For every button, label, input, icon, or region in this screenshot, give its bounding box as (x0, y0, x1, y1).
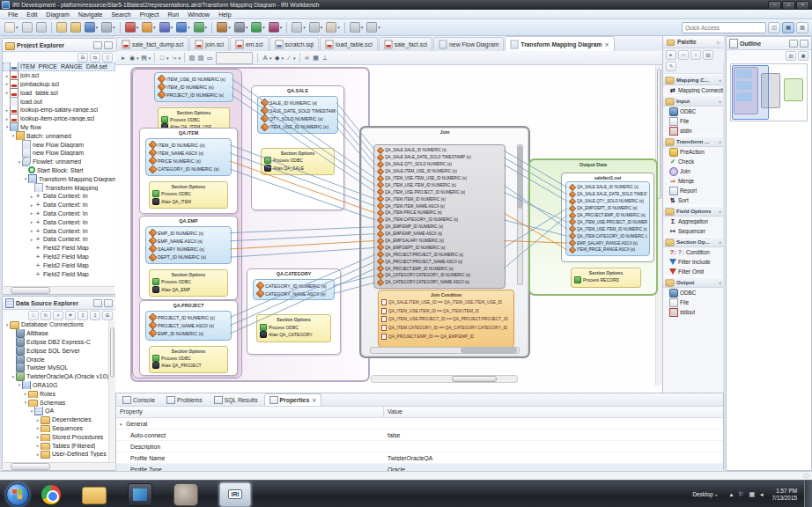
data-source-explorer-item[interactable]: Oracle (3, 355, 108, 364)
select-tool[interactable]: ▸ (666, 50, 676, 60)
project-explorer-item[interactable]: ▸joinbackup.scl (3, 80, 115, 89)
iri-workbench-taskbar-button[interactable]: IRI (219, 482, 251, 507)
minimize-view-icon[interactable] (93, 41, 102, 49)
entity-qa-project[interactable]: QA.PROJECTPROJECT_ID NUMERIC (s)PROJECT_… (139, 300, 238, 376)
palette-item-stdin[interactable]: stdin (663, 126, 723, 136)
field-row[interactable]: QA_PROJECT.EMP_ID NUMERIC (s) (376, 265, 503, 272)
join-condition-row[interactable]: QA_SALE.ITEM_USE_ID == QA_ITEM_USE.ITEM_… (381, 298, 511, 307)
field-row[interactable]: SALE_ID NUMERIC (s) (260, 99, 336, 107)
join-vscrollbar[interactable] (517, 144, 523, 285)
project-explorer-item[interactable]: load.out (3, 97, 115, 106)
palette-item-mapping-connection[interactable]: ⇄Mapping Connection (663, 85, 723, 95)
palette-pin-icon[interactable]: ▷ (717, 40, 720, 45)
connector-tool-button[interactable]: ⤳▾ (171, 55, 181, 62)
collapse-all-button[interactable]: ⊟ (102, 311, 113, 320)
project-explorer-item[interactable]: ▾My flow (3, 123, 115, 132)
palette-item-sequencer[interactable]: ↦Sequencer (663, 226, 723, 236)
project-explorer-item[interactable]: ▾Flowlet: unnamed (3, 158, 115, 166)
forward-button[interactable]: ▾ (365, 21, 381, 33)
data-source-explorer-item[interactable]: ▸Stored Procedures (3, 432, 108, 441)
field-row[interactable]: ITEM_NAME ASCII (s) (148, 149, 229, 157)
editor-tab-sale-fact-dump-scl[interactable]: sale_fact_dump.scl (116, 37, 188, 51)
link-tool-button[interactable]: ∞ (304, 55, 311, 61)
value-column-header[interactable]: Value (384, 407, 406, 417)
field-row[interactable]: QA_EMP.SALARY NUMERIC (s) (376, 238, 503, 245)
section-options-box[interactable]: Section OptionsProcess ODBCAlias QA_EMP (149, 269, 228, 297)
property-row[interactable]: Description (116, 441, 723, 452)
editor-tab-load-table-scl[interactable]: load_table.scl (320, 37, 378, 51)
delete-button[interactable]: × (53, 311, 63, 320)
join-block[interactable]: Join QA_SALE.SALE_ID NUMERIC (s)QA_SALE.… (359, 126, 530, 358)
volume-icon[interactable]: ◂ (760, 491, 764, 498)
project-explorer-item[interactable]: ▸lookup-emp-salary-range.scl (3, 106, 115, 114)
bottom-tab-console[interactable]: Console (117, 393, 160, 406)
sql-perspective-button[interactable]: ▧ (796, 22, 808, 33)
field-row[interactable]: PRICE NUMERIC (s) (148, 157, 229, 165)
field-row[interactable]: QA_ITEM_USE.ITEM_USE_ID NUMERIC (s) (376, 175, 503, 182)
canvas-hscrollbar[interactable] (371, 375, 518, 383)
output-field-list[interactable]: QA_SALE.SALE_ID NUMERIC (s)QA_SALE.SALE_… (562, 181, 653, 256)
editor-tab-sale-fact-scl[interactable]: sale_fact.scl (379, 37, 432, 51)
report-job-button[interactable]: ▾ (141, 21, 157, 33)
network-icon[interactable]: ▦ (749, 491, 755, 498)
menu-help[interactable]: Help (214, 11, 235, 18)
field-row[interactable]: QA_PROJECT.PROJECT_NAME ASCII (s) (376, 258, 503, 265)
data-source-explorer-item[interactable]: ▾Schemas (3, 398, 108, 407)
palette-section-header[interactable]: Input« (663, 95, 723, 107)
field-row[interactable]: QA_ITEM.PRICE NUMERIC (s) (376, 209, 503, 217)
palette-section-header[interactable]: Section Op...« (663, 236, 723, 247)
section-options-box[interactable]: Section OptionsProcess RECORD (571, 268, 641, 288)
external-tools-button[interactable]: ▾ (291, 21, 306, 33)
copy-appearance-tool-button[interactable]: ▧ (188, 55, 196, 62)
outline-thumbnail[interactable] (730, 63, 808, 121)
project-explorer-item[interactable]: ▸join.scl (3, 71, 115, 80)
field-row[interactable]: QA_CATEGORY.CATEGORY_NAME ASCII (s) (376, 279, 503, 286)
field-row[interactable]: CATEGORY_ID NUMERIC (s) (255, 282, 332, 290)
menu-navigate[interactable]: Navigate (74, 11, 107, 18)
project-explorer-item[interactable]: ▸+Data Context: In (3, 217, 115, 226)
editor-tab-join-scl[interactable]: join.scl (189, 37, 229, 51)
iri-perspective-button[interactable]: ▦ (782, 22, 794, 33)
palette-item-stdout[interactable]: stdout (663, 307, 723, 317)
outline-mode-button[interactable]: ▤ (786, 51, 796, 61)
desktop-toolbar-label[interactable]: Desktop (692, 491, 712, 497)
filter-button[interactable]: ▼ (65, 311, 76, 320)
show-hidden-icons-icon[interactable]: ▴ (730, 491, 734, 498)
join-condition-row[interactable]: QA_ITEM_USE.PROJECT_ID == QA_PROJECT.PRO… (381, 315, 511, 324)
data-source-explorer-item[interactable]: ▸Dependencies (3, 415, 108, 424)
menu-search[interactable]: Search (107, 11, 135, 18)
field-row[interactable]: SALARY NUMERIC (s) (148, 245, 229, 253)
palette-item-preaction[interactable]: PreAction (663, 147, 723, 157)
grid-tool-button[interactable]: ▦ (313, 55, 320, 62)
import-button[interactable] (70, 21, 82, 33)
field-row[interactable]: PROJECT_ID NUMERIC (s) (157, 91, 231, 99)
field-row[interactable]: PROJECT_ID NUMERIC (s) (148, 313, 229, 321)
maximize-view-icon[interactable] (104, 299, 113, 307)
outline-thumbnail-button[interactable]: ▣ (798, 51, 808, 61)
save-button[interactable] (21, 21, 33, 33)
section-options-box[interactable]: Section OptionsProcess ODBCAlias QA_CATE… (256, 314, 331, 342)
entity-qa-item[interactable]: QA.ITEMITEM_ID NUMERIC (s)ITEM_NAME ASCI… (139, 128, 238, 214)
property-row[interactable]: Auto-connectfalse (116, 430, 723, 441)
project-explorer-item[interactable]: ITEM_PRICE_RANGE_DIM.set (3, 62, 115, 71)
start-button[interactable] (6, 483, 29, 506)
section-option-row[interactable]: Alias QA_CATEGORY (260, 331, 328, 339)
collapse-section-icon[interactable]: « (719, 280, 721, 285)
quick-access-input[interactable] (682, 22, 766, 33)
desktop-toolbar-chevron-icon[interactable]: » (715, 492, 718, 497)
action-center-flag-icon[interactable]: ⚐ (738, 491, 743, 498)
field-row[interactable]: EMP_SALARY_RANGE ASCII (s) (568, 239, 647, 246)
field-row[interactable]: DEPT_ID NUMERIC (s) (148, 254, 229, 261)
palette-item-merge[interactable]: ⇒Merge (663, 176, 723, 186)
section-options-box[interactable]: Section OptionsProcess ODBCAlias QA_ITEM (149, 181, 228, 209)
maximize-view-icon[interactable] (104, 41, 113, 49)
export-profile-button[interactable]: ↥ (90, 311, 100, 320)
project-explorer-item[interactable]: +Field2 Field Map (3, 261, 115, 269)
data-source-explorer-item[interactable]: ▸Tables [Filtered] (3, 441, 108, 450)
collapse-all-button[interactable]: ⊟ (78, 53, 88, 62)
palette-section-header[interactable]: Mapping C...« (663, 74, 723, 85)
section-option-row[interactable]: Process ODBC (152, 190, 225, 198)
query-button[interactable]: ▾ (268, 21, 284, 33)
field-row[interactable]: EMP_NAME ASCII (s) (148, 237, 229, 245)
entity-qa-item-use[interactable]: ITEM_USE_ID NUMERIC (s)ITEM_ID NUMERIC (… (149, 70, 239, 135)
